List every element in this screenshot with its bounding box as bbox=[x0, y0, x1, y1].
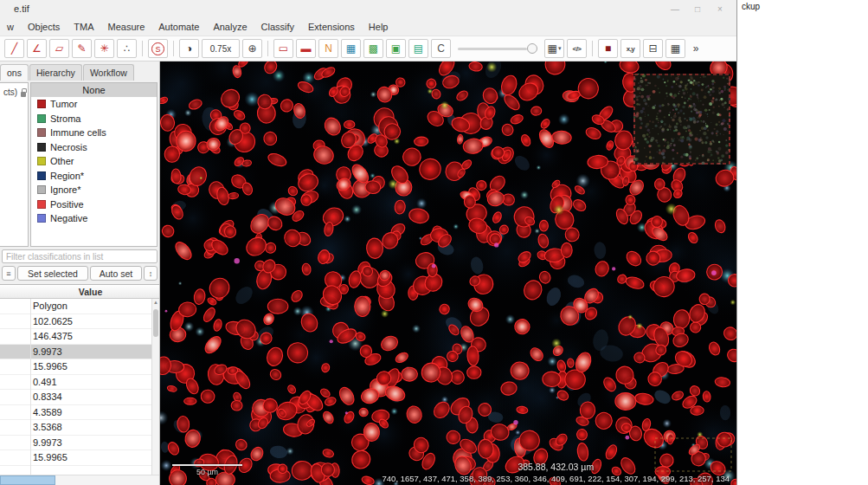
line-tool-icon[interactable]: ╱ bbox=[4, 39, 24, 58]
content: onsHierarchyWorkflow cts) None Tumor bbox=[0, 61, 736, 485]
class-color-swatch bbox=[37, 185, 46, 194]
show-detections-icon[interactable]: ▩ bbox=[363, 39, 383, 58]
table-row[interactable]: 0.491 bbox=[0, 375, 159, 391]
menu-item[interactable]: Objects bbox=[21, 22, 67, 32]
table-cell-value: 9.9973 bbox=[33, 437, 62, 448]
show-location-icon[interactable]: x,y bbox=[620, 39, 640, 58]
sidebar-tab[interactable]: Workflow bbox=[83, 64, 134, 81]
overview-thumbnail[interactable] bbox=[633, 74, 730, 165]
toolbar-overflow-icon[interactable]: » bbox=[688, 39, 704, 58]
table-row[interactable]: 15.9965 bbox=[0, 450, 159, 466]
class-item-none[interactable]: None bbox=[31, 83, 157, 97]
sidebar-tabs: onsHierarchyWorkflow bbox=[0, 64, 135, 81]
table-row[interactable]: 9.9973 bbox=[0, 345, 159, 360]
menu-item[interactable]: TMA bbox=[67, 22, 100, 32]
class-filter-input[interactable] bbox=[2, 249, 158, 263]
sidebar-tab[interactable]: Hierarchy bbox=[29, 64, 82, 81]
class-actions: ≡ Set selected Auto set ↕ bbox=[2, 266, 158, 281]
class-item[interactable]: Tumor bbox=[31, 97, 157, 112]
window-title: e.tif bbox=[14, 3, 29, 14]
table-row[interactable]: 0.8334 bbox=[0, 390, 159, 405]
selection-mode-icon[interactable]: S bbox=[148, 39, 168, 58]
class-color-swatch bbox=[37, 200, 46, 209]
brush-tool-icon[interactable]: ✎ bbox=[72, 39, 92, 58]
scalebar-line bbox=[172, 464, 242, 466]
set-selected-button[interactable]: Set selected bbox=[17, 266, 88, 281]
menu-item[interactable]: w bbox=[0, 22, 21, 32]
measurement-table-header: Value bbox=[0, 285, 159, 299]
class-label: Tumor bbox=[50, 99, 77, 109]
class-item[interactable]: Immune cells bbox=[31, 126, 157, 140]
magnification-display[interactable]: 0.75x bbox=[202, 39, 240, 58]
table-cell-value: 102.0625 bbox=[33, 316, 73, 327]
class-item[interactable]: Positive bbox=[31, 197, 157, 212]
window-controls: — □ × bbox=[664, 0, 731, 17]
zoom-to-fit-icon[interactable]: ⊕ bbox=[242, 39, 262, 58]
toolbar-separator bbox=[173, 41, 174, 56]
close-button[interactable]: × bbox=[709, 0, 731, 17]
table-row[interactable]: 3.5368 bbox=[0, 420, 159, 436]
image-viewer[interactable]: 50 µm 385.88, 432.03 µm 740, 1657, 437, … bbox=[160, 61, 736, 485]
scrollbar-thumb[interactable] bbox=[153, 309, 158, 337]
angle-tool-icon[interactable]: ∠ bbox=[27, 39, 47, 58]
maximize-button[interactable]: □ bbox=[686, 0, 709, 17]
table-horizontal-scrollbar[interactable] bbox=[0, 475, 159, 485]
show-grid-icon[interactable]: ▦ bbox=[665, 39, 685, 58]
show-annotations-icon[interactable]: ▭ bbox=[273, 39, 293, 58]
value-column-header: Value bbox=[30, 287, 151, 297]
menu-item[interactable]: Analyze bbox=[206, 22, 254, 32]
table-cell-value: 4.3589 bbox=[33, 407, 62, 417]
show-overview-icon[interactable]: ■ bbox=[598, 39, 618, 58]
horizontal-scrollbar-thumb[interactable] bbox=[0, 475, 55, 485]
class-item[interactable]: Region* bbox=[31, 169, 157, 184]
fill-annotations-icon[interactable]: ▬ bbox=[296, 39, 316, 58]
menu-item[interactable]: Help bbox=[362, 22, 395, 32]
points-tool-icon[interactable]: ∴ bbox=[117, 39, 137, 58]
sidebar-tab[interactable]: ons bbox=[0, 64, 29, 81]
show-scalebar-icon[interactable]: ⊟ bbox=[643, 39, 663, 58]
show-tma-grid-icon[interactable]: ▦ bbox=[341, 39, 361, 58]
table-cell-value: 15.9965 bbox=[33, 361, 68, 372]
lock-icon[interactable] bbox=[21, 92, 26, 97]
table-row[interactable]: 146.4375 bbox=[0, 329, 159, 345]
class-item[interactable]: Other bbox=[31, 154, 157, 169]
class-item[interactable]: Negative bbox=[31, 211, 157, 226]
menu-item[interactable]: Measure bbox=[100, 22, 151, 32]
grid-tools-icon[interactable]: ▦▾ bbox=[544, 39, 564, 58]
fill-detections-icon[interactable]: ▣ bbox=[386, 39, 406, 58]
class-color-swatch bbox=[37, 128, 46, 137]
brightness-contrast-icon[interactable]: ◑ bbox=[179, 39, 199, 58]
scroll-up-icon[interactable]: ▲ bbox=[152, 299, 159, 307]
table-row[interactable]: 102.0625 bbox=[0, 314, 159, 330]
toolbar-separator bbox=[267, 41, 268, 56]
show-connections-icon[interactable]: C bbox=[431, 39, 451, 58]
show-classes-icon[interactable]: ▤ bbox=[408, 39, 428, 58]
menu-item[interactable]: Automate bbox=[151, 22, 206, 32]
class-label: Negative bbox=[50, 213, 87, 223]
class-menu-button[interactable]: ≡ bbox=[2, 266, 16, 281]
table-row[interactable]: 15.9965 bbox=[0, 359, 159, 375]
scalebar-label: 50 µm bbox=[172, 468, 242, 476]
class-item[interactable]: Stroma bbox=[31, 112, 157, 126]
polygon-tool-icon[interactable]: ▱ bbox=[49, 39, 69, 58]
table-vertical-scrollbar[interactable]: ▲ bbox=[151, 299, 159, 475]
annotation-list-header: cts) bbox=[0, 83, 28, 97]
auto-set-button[interactable]: Auto set bbox=[90, 266, 142, 281]
opacity-slider[interactable] bbox=[458, 39, 537, 58]
script-editor-icon[interactable]: </> bbox=[567, 39, 587, 58]
menu-item[interactable]: Classify bbox=[254, 22, 302, 32]
table-row[interactable]: Polygon bbox=[0, 299, 159, 314]
slider-thumb[interactable] bbox=[527, 43, 537, 54]
table-row[interactable]: 9.9973 bbox=[0, 436, 159, 451]
table-cell-value: 15.9965 bbox=[33, 452, 68, 462]
show-names-icon[interactable]: N bbox=[318, 39, 338, 58]
class-sort-button[interactable]: ↕ bbox=[144, 266, 158, 281]
minimize-button[interactable]: — bbox=[664, 0, 686, 17]
wand-tool-icon[interactable]: ✳ bbox=[94, 39, 114, 58]
class-color-swatch bbox=[37, 100, 46, 108]
table-row[interactable]: 4.3589 bbox=[0, 405, 159, 421]
menu-item[interactable]: Extensions bbox=[301, 22, 362, 32]
annotation-list-panel[interactable]: cts) bbox=[0, 82, 29, 247]
class-item[interactable]: Ignore* bbox=[31, 183, 157, 197]
class-item[interactable]: Necrosis bbox=[31, 140, 157, 155]
